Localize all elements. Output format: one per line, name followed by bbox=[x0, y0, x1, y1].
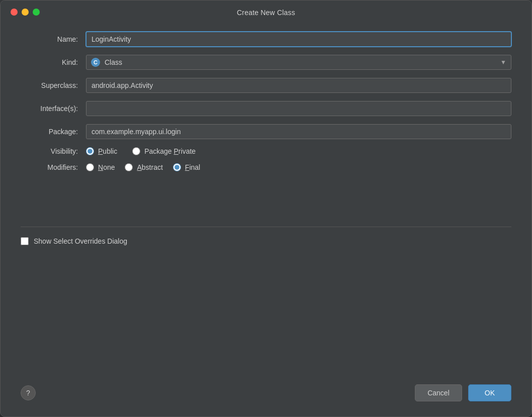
maximize-button[interactable] bbox=[33, 9, 40, 16]
dialog-title: Create New Class bbox=[237, 9, 295, 17]
dialog-content: Name: Kind: C Class Interface Enum Annot… bbox=[1, 22, 531, 374]
superclass-label: Superclass: bbox=[21, 81, 86, 89]
modifier-abstract-label: Abstract bbox=[137, 163, 162, 171]
visibility-label: Visibility: bbox=[21, 147, 86, 155]
action-buttons: Cancel OK bbox=[415, 384, 511, 401]
interfaces-input[interactable] bbox=[86, 101, 511, 116]
modifier-none-option[interactable]: None bbox=[86, 163, 115, 171]
visibility-radio-group: Public Package Private bbox=[86, 147, 511, 155]
kind-label: Kind: bbox=[21, 58, 86, 66]
title-bar: Create New Class bbox=[1, 1, 531, 22]
dialog-footer: ? Cancel OK bbox=[1, 374, 531, 416]
visibility-public-label: Public bbox=[98, 147, 117, 155]
superclass-row: Superclass: bbox=[21, 78, 511, 93]
visibility-package-private-radio[interactable] bbox=[132, 147, 140, 155]
create-new-class-dialog: Create New Class Name: Kind: C Class Int… bbox=[0, 0, 532, 417]
name-label: Name: bbox=[21, 35, 86, 43]
package-row: Package: bbox=[21, 124, 511, 139]
modifier-abstract-option[interactable]: Abstract bbox=[125, 163, 162, 171]
modifier-final-radio[interactable] bbox=[173, 163, 181, 171]
kind-select[interactable]: Class Interface Enum Annotation bbox=[86, 55, 511, 70]
superclass-input[interactable] bbox=[86, 78, 511, 93]
modifier-final-label: Final bbox=[185, 163, 200, 171]
kind-row: Kind: C Class Interface Enum Annotation … bbox=[21, 55, 511, 70]
show-overrides-checkbox[interactable] bbox=[21, 237, 29, 245]
cancel-button[interactable]: Cancel bbox=[415, 384, 462, 401]
name-row: Name: bbox=[21, 32, 511, 47]
spacer bbox=[21, 179, 511, 217]
modifier-none-radio[interactable] bbox=[86, 163, 94, 171]
interfaces-row: Interface(s): bbox=[21, 101, 511, 116]
modifiers-label: Modifiers: bbox=[21, 163, 86, 171]
show-overrides-label: Show Select Overrides Dialog bbox=[34, 237, 127, 245]
modifier-final-option[interactable]: Final bbox=[173, 163, 200, 171]
visibility-package-private-option[interactable]: Package Private bbox=[132, 147, 196, 155]
kind-select-wrapper: C Class Interface Enum Annotation ▼ bbox=[86, 55, 511, 70]
name-input[interactable] bbox=[86, 32, 511, 47]
minimize-button[interactable] bbox=[22, 9, 29, 16]
modifier-none-label: None bbox=[98, 163, 115, 171]
modifiers-radio-group: None Abstract Final bbox=[86, 163, 511, 171]
spacer-3 bbox=[21, 290, 511, 328]
close-button[interactable] bbox=[11, 9, 18, 16]
show-overrides-row: Show Select Overrides Dialog bbox=[21, 237, 511, 245]
ok-button[interactable]: OK bbox=[468, 384, 511, 401]
visibility-package-private-label: Package Private bbox=[144, 147, 196, 155]
visibility-row: Visibility: Public Package Private bbox=[21, 147, 511, 155]
package-input[interactable] bbox=[86, 124, 511, 139]
package-label: Package: bbox=[21, 128, 86, 136]
window-controls bbox=[11, 9, 40, 16]
help-button[interactable]: ? bbox=[21, 385, 36, 400]
spacer-2 bbox=[21, 253, 511, 290]
interfaces-label: Interface(s): bbox=[21, 105, 86, 113]
modifier-abstract-radio[interactable] bbox=[125, 163, 133, 171]
modifiers-row: Modifiers: None Abstract Final bbox=[21, 163, 511, 171]
spacer-4 bbox=[21, 327, 511, 364]
divider bbox=[21, 227, 511, 227]
visibility-public-radio[interactable] bbox=[86, 147, 94, 155]
visibility-public-option[interactable]: Public bbox=[86, 147, 117, 155]
